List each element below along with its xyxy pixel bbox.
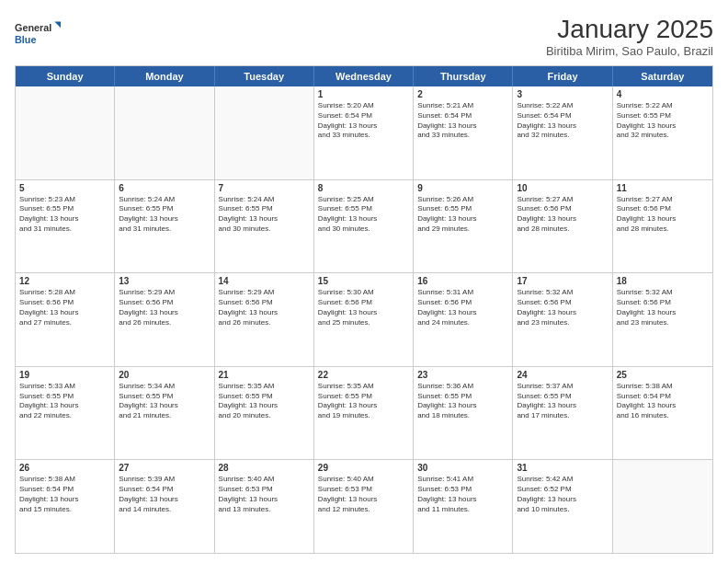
day-info: Sunrise: 5:31 AMSunset: 6:56 PMDaylight:… <box>417 288 508 327</box>
day-cell: 21Sunrise: 5:35 AMSunset: 6:55 PMDayligh… <box>215 367 314 460</box>
day-number: 26 <box>19 463 110 473</box>
day-number: 27 <box>119 463 210 473</box>
day-number: 25 <box>617 370 709 380</box>
day-info: Sunrise: 5:22 AMSunset: 6:54 PMDaylight:… <box>517 101 608 141</box>
day-cell: 11Sunrise: 5:27 AMSunset: 6:56 PMDayligh… <box>613 180 712 273</box>
day-info: Sunrise: 5:39 AMSunset: 6:54 PMDaylight:… <box>119 475 210 514</box>
day-info: Sunrise: 5:38 AMSunset: 6:54 PMDaylight:… <box>617 382 709 421</box>
day-cell: 1Sunrise: 5:20 AMSunset: 6:54 PMDaylight… <box>314 86 414 179</box>
day-cell: 14Sunrise: 5:29 AMSunset: 6:56 PMDayligh… <box>215 273 314 366</box>
day-info: Sunrise: 5:26 AMSunset: 6:55 PMDaylight:… <box>417 195 508 235</box>
day-cell: 26Sunrise: 5:38 AMSunset: 6:54 PMDayligh… <box>16 460 115 553</box>
day-number: 11 <box>617 183 709 193</box>
day-info: Sunrise: 5:21 AMSunset: 6:54 PMDaylight:… <box>417 101 508 141</box>
day-info: Sunrise: 5:27 AMSunset: 6:56 PMDaylight:… <box>517 195 608 235</box>
day-cell: 9Sunrise: 5:26 AMSunset: 6:55 PMDaylight… <box>414 180 513 273</box>
day-cell: 30Sunrise: 5:41 AMSunset: 6:53 PMDayligh… <box>414 460 513 553</box>
day-number: 19 <box>19 370 110 380</box>
day-cell: 12Sunrise: 5:28 AMSunset: 6:56 PMDayligh… <box>16 273 115 366</box>
svg-text:General: General <box>15 22 51 33</box>
day-number: 5 <box>19 183 110 193</box>
day-number: 14 <box>219 276 310 286</box>
calendar-body: 1Sunrise: 5:20 AMSunset: 6:54 PMDaylight… <box>16 86 712 553</box>
day-info: Sunrise: 5:32 AMSunset: 6:56 PMDaylight:… <box>517 288 608 327</box>
day-number: 23 <box>417 370 508 380</box>
day-number: 29 <box>318 463 409 473</box>
day-number: 20 <box>119 370 210 380</box>
day-number: 12 <box>19 276 110 286</box>
day-info: Sunrise: 5:32 AMSunset: 6:56 PMDaylight:… <box>617 288 709 327</box>
day-number: 22 <box>318 370 409 380</box>
day-info: Sunrise: 5:29 AMSunset: 6:56 PMDaylight:… <box>119 288 210 327</box>
day-info: Sunrise: 5:24 AMSunset: 6:55 PMDaylight:… <box>119 195 210 235</box>
day-number: 24 <box>517 370 608 380</box>
day-cell: 15Sunrise: 5:30 AMSunset: 6:56 PMDayligh… <box>314 273 414 366</box>
day-info: Sunrise: 5:23 AMSunset: 6:55 PMDaylight:… <box>19 195 110 235</box>
day-info: Sunrise: 5:35 AMSunset: 6:55 PMDaylight:… <box>219 382 310 421</box>
day-number: 17 <box>517 276 608 286</box>
day-cell: 17Sunrise: 5:32 AMSunset: 6:56 PMDayligh… <box>513 273 612 366</box>
day-number: 30 <box>417 463 508 473</box>
title-block: January 2025 Biritiba Mirim, Sao Paulo, … <box>546 15 713 58</box>
day-cell: 4Sunrise: 5:22 AMSunset: 6:55 PMDaylight… <box>613 86 712 179</box>
week-row-2: 5Sunrise: 5:23 AMSunset: 6:55 PMDaylight… <box>16 180 712 274</box>
day-number: 16 <box>417 276 508 286</box>
day-header-wednesday: Wednesday <box>314 66 414 86</box>
week-row-4: 19Sunrise: 5:33 AMSunset: 6:55 PMDayligh… <box>16 367 712 461</box>
day-number: 28 <box>219 463 310 473</box>
day-info: Sunrise: 5:34 AMSunset: 6:55 PMDaylight:… <box>119 382 210 421</box>
day-number: 15 <box>318 276 409 286</box>
day-cell <box>115 86 214 179</box>
month-title: January 2025 <box>546 15 713 44</box>
header: General Blue January 2025 Biritiba Mirim… <box>15 15 713 58</box>
day-cell: 29Sunrise: 5:40 AMSunset: 6:53 PMDayligh… <box>314 460 414 553</box>
day-cell: 20Sunrise: 5:34 AMSunset: 6:55 PMDayligh… <box>115 367 214 460</box>
day-cell: 31Sunrise: 5:42 AMSunset: 6:52 PMDayligh… <box>513 460 612 553</box>
day-info: Sunrise: 5:28 AMSunset: 6:56 PMDaylight:… <box>19 288 110 327</box>
day-number: 21 <box>219 370 310 380</box>
svg-text:Blue: Blue <box>15 34 36 45</box>
day-info: Sunrise: 5:38 AMSunset: 6:54 PMDaylight:… <box>19 475 110 514</box>
day-number: 3 <box>517 89 608 99</box>
day-number: 31 <box>517 463 608 473</box>
day-cell: 18Sunrise: 5:32 AMSunset: 6:56 PMDayligh… <box>613 273 712 366</box>
day-info: Sunrise: 5:40 AMSunset: 6:53 PMDaylight:… <box>219 475 310 514</box>
day-info: Sunrise: 5:33 AMSunset: 6:55 PMDaylight:… <box>19 382 110 421</box>
day-header-tuesday: Tuesday <box>215 66 314 86</box>
day-cell: 5Sunrise: 5:23 AMSunset: 6:55 PMDaylight… <box>16 180 115 273</box>
day-cell: 25Sunrise: 5:38 AMSunset: 6:54 PMDayligh… <box>613 367 712 460</box>
day-cell: 23Sunrise: 5:36 AMSunset: 6:55 PMDayligh… <box>414 367 513 460</box>
day-info: Sunrise: 5:41 AMSunset: 6:53 PMDaylight:… <box>417 475 508 514</box>
day-info: Sunrise: 5:37 AMSunset: 6:55 PMDaylight:… <box>517 382 608 421</box>
logo: General Blue <box>15 15 61 52</box>
day-cell: 27Sunrise: 5:39 AMSunset: 6:54 PMDayligh… <box>115 460 214 553</box>
day-header-sunday: Sunday <box>16 66 115 86</box>
day-info: Sunrise: 5:36 AMSunset: 6:55 PMDaylight:… <box>417 382 508 421</box>
day-cell: 8Sunrise: 5:25 AMSunset: 6:55 PMDaylight… <box>314 180 414 273</box>
day-number: 2 <box>417 89 508 99</box>
day-number: 6 <box>119 183 210 193</box>
day-number: 8 <box>318 183 409 193</box>
day-cell <box>613 460 712 553</box>
day-cell: 2Sunrise: 5:21 AMSunset: 6:54 PMDaylight… <box>414 86 513 179</box>
day-cell: 28Sunrise: 5:40 AMSunset: 6:53 PMDayligh… <box>215 460 314 553</box>
day-cell: 3Sunrise: 5:22 AMSunset: 6:54 PMDaylight… <box>513 86 612 179</box>
day-cell: 16Sunrise: 5:31 AMSunset: 6:56 PMDayligh… <box>414 273 513 366</box>
week-row-3: 12Sunrise: 5:28 AMSunset: 6:56 PMDayligh… <box>16 273 712 367</box>
day-number: 9 <box>417 183 508 193</box>
day-info: Sunrise: 5:42 AMSunset: 6:52 PMDaylight:… <box>517 475 608 514</box>
day-info: Sunrise: 5:30 AMSunset: 6:56 PMDaylight:… <box>318 288 409 327</box>
day-number: 18 <box>617 276 709 286</box>
day-cell: 22Sunrise: 5:35 AMSunset: 6:55 PMDayligh… <box>314 367 414 460</box>
day-info: Sunrise: 5:25 AMSunset: 6:55 PMDaylight:… <box>318 195 409 235</box>
week-row-5: 26Sunrise: 5:38 AMSunset: 6:54 PMDayligh… <box>16 460 712 553</box>
day-info: Sunrise: 5:22 AMSunset: 6:55 PMDaylight:… <box>617 101 709 141</box>
day-number: 1 <box>318 89 409 99</box>
day-cell <box>215 86 314 179</box>
day-info: Sunrise: 5:40 AMSunset: 6:53 PMDaylight:… <box>318 475 409 514</box>
logo-svg: General Blue <box>15 15 61 52</box>
day-info: Sunrise: 5:27 AMSunset: 6:56 PMDaylight:… <box>617 195 709 235</box>
day-cell: 10Sunrise: 5:27 AMSunset: 6:56 PMDayligh… <box>513 180 612 273</box>
page: General Blue January 2025 Biritiba Mirim… <box>0 0 728 563</box>
day-info: Sunrise: 5:24 AMSunset: 6:55 PMDaylight:… <box>219 195 310 235</box>
